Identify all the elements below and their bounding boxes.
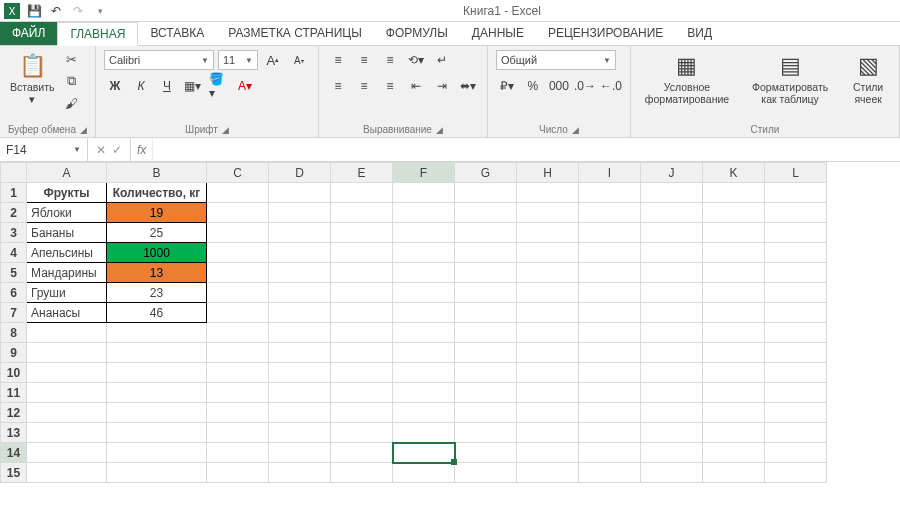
cell-J10[interactable] [641, 363, 703, 383]
cell-A4[interactable]: Апельсины [27, 243, 107, 263]
cell-F12[interactable] [393, 403, 455, 423]
cell-A10[interactable] [27, 363, 107, 383]
cancel-formula-icon[interactable]: ✕ [96, 143, 106, 157]
cell-E14[interactable] [331, 443, 393, 463]
spreadsheet-grid[interactable]: ABCDEFGHIJKL1ФруктыКоличество, кг2Яблоки… [0, 162, 900, 524]
align-left-icon[interactable]: ≡ [327, 76, 349, 96]
cell-I6[interactable] [579, 283, 641, 303]
row-header-1[interactable]: 1 [1, 183, 27, 203]
cell-F15[interactable] [393, 463, 455, 483]
cell-L3[interactable] [765, 223, 827, 243]
cell-C5[interactable] [207, 263, 269, 283]
alignment-dialog-icon[interactable]: ◢ [436, 125, 443, 135]
cell-J11[interactable] [641, 383, 703, 403]
cell-A14[interactable] [27, 443, 107, 463]
cell-G11[interactable] [455, 383, 517, 403]
align-top-icon[interactable]: ≡ [327, 50, 349, 70]
cell-J6[interactable] [641, 283, 703, 303]
cell-D6[interactable] [269, 283, 331, 303]
cell-D15[interactable] [269, 463, 331, 483]
cell-E3[interactable] [331, 223, 393, 243]
cell-G2[interactable] [455, 203, 517, 223]
cell-B3[interactable]: 25 [107, 223, 207, 243]
underline-button[interactable]: Ч [156, 76, 178, 96]
cell-J15[interactable] [641, 463, 703, 483]
clipboard-dialog-icon[interactable]: ◢ [80, 125, 87, 135]
cell-E11[interactable] [331, 383, 393, 403]
cell-H11[interactable] [517, 383, 579, 403]
cell-H14[interactable] [517, 443, 579, 463]
cell-E5[interactable] [331, 263, 393, 283]
qat-customize-icon[interactable]: ▾ [92, 3, 108, 19]
align-center-icon[interactable]: ≡ [353, 76, 375, 96]
column-header-L[interactable]: L [765, 163, 827, 183]
cell-L8[interactable] [765, 323, 827, 343]
font-name-select[interactable]: Calibri▼ [104, 50, 214, 70]
decrease-indent-icon[interactable]: ⇤ [405, 76, 427, 96]
cell-B2[interactable]: 19 [107, 203, 207, 223]
column-header-E[interactable]: E [331, 163, 393, 183]
cell-G4[interactable] [455, 243, 517, 263]
cell-L12[interactable] [765, 403, 827, 423]
cell-C4[interactable] [207, 243, 269, 263]
cell-E15[interactable] [331, 463, 393, 483]
cell-I1[interactable] [579, 183, 641, 203]
number-format-select[interactable]: Общий▼ [496, 50, 616, 70]
align-middle-icon[interactable]: ≡ [353, 50, 375, 70]
tab-file[interactable]: ФАЙЛ [0, 22, 57, 45]
cell-E13[interactable] [331, 423, 393, 443]
cell-K8[interactable] [703, 323, 765, 343]
row-header-4[interactable]: 4 [1, 243, 27, 263]
cell-D13[interactable] [269, 423, 331, 443]
tab-formulas[interactable]: ФОРМУЛЫ [374, 22, 460, 45]
cell-C8[interactable] [207, 323, 269, 343]
number-dialog-icon[interactable]: ◢ [572, 125, 579, 135]
cell-E9[interactable] [331, 343, 393, 363]
cell-K12[interactable] [703, 403, 765, 423]
cell-J9[interactable] [641, 343, 703, 363]
cell-G9[interactable] [455, 343, 517, 363]
cell-B4[interactable]: 1000 [107, 243, 207, 263]
font-size-select[interactable]: 11▼ [218, 50, 258, 70]
cell-F7[interactable] [393, 303, 455, 323]
cell-D3[interactable] [269, 223, 331, 243]
cell-A12[interactable] [27, 403, 107, 423]
cell-J12[interactable] [641, 403, 703, 423]
cell-L15[interactable] [765, 463, 827, 483]
cell-J2[interactable] [641, 203, 703, 223]
cell-C1[interactable] [207, 183, 269, 203]
name-box[interactable]: F14▼ [0, 138, 88, 161]
cell-I2[interactable] [579, 203, 641, 223]
cell-E6[interactable] [331, 283, 393, 303]
wrap-text-icon[interactable]: ↵ [431, 50, 453, 70]
cell-K7[interactable] [703, 303, 765, 323]
column-header-C[interactable]: C [207, 163, 269, 183]
cell-K13[interactable] [703, 423, 765, 443]
cell-I9[interactable] [579, 343, 641, 363]
cell-J3[interactable] [641, 223, 703, 243]
cell-L5[interactable] [765, 263, 827, 283]
cell-B15[interactable] [107, 463, 207, 483]
cell-G1[interactable] [455, 183, 517, 203]
cell-A11[interactable] [27, 383, 107, 403]
cell-E1[interactable] [331, 183, 393, 203]
cell-D4[interactable] [269, 243, 331, 263]
cell-D11[interactable] [269, 383, 331, 403]
cell-L4[interactable] [765, 243, 827, 263]
cell-L9[interactable] [765, 343, 827, 363]
column-header-I[interactable]: I [579, 163, 641, 183]
cell-J5[interactable] [641, 263, 703, 283]
cell-L14[interactable] [765, 443, 827, 463]
cell-K4[interactable] [703, 243, 765, 263]
cell-I7[interactable] [579, 303, 641, 323]
cell-F14[interactable] [393, 443, 455, 463]
cell-C11[interactable] [207, 383, 269, 403]
cell-G10[interactable] [455, 363, 517, 383]
cell-A1[interactable]: Фрукты [27, 183, 107, 203]
cell-E4[interactable] [331, 243, 393, 263]
cell-D12[interactable] [269, 403, 331, 423]
cell-K2[interactable] [703, 203, 765, 223]
increase-decimal-icon[interactable]: .0→ [574, 76, 596, 96]
cell-G14[interactable] [455, 443, 517, 463]
align-bottom-icon[interactable]: ≡ [379, 50, 401, 70]
